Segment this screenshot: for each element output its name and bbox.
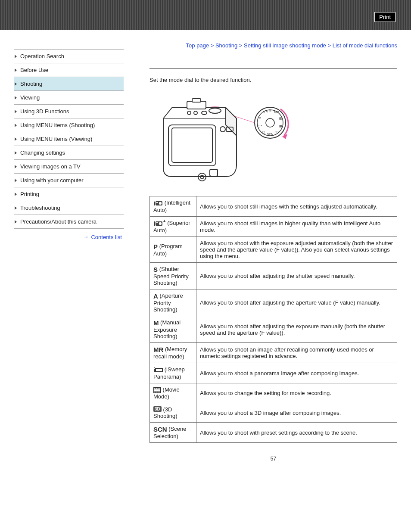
caret-right-icon: [15, 206, 17, 210]
mode-name-cell: S (Shutter Speed Priority Shooting): [150, 263, 196, 289]
contents-list-link-wrap: → Contents list: [14, 234, 124, 240]
breadcrumb-link[interactable]: Setting still image shooting mode: [244, 42, 326, 49]
table-row: S (Shutter Speed Priority Shooting)Allow…: [150, 263, 397, 289]
S-icon: S: [153, 266, 158, 272]
table-row: SCN (Scene Selection)Allows you to shoot…: [150, 423, 397, 443]
P-icon: P: [153, 243, 158, 249]
print-button[interactable]: Print: [374, 12, 395, 22]
table-row: i (iSweep Panorama)Allows you to shoot a…: [150, 363, 397, 383]
isweep-icon: i: [153, 366, 163, 373]
sidebar-item: Before Use: [14, 63, 124, 77]
svg-text:i▢⁺: i▢⁺: [257, 124, 263, 128]
sidebar-item-label: Printing: [20, 191, 39, 197]
sidebar-item-link[interactable]: Printing: [14, 187, 124, 201]
svg-text:▦: ▦: [279, 124, 282, 128]
svg-text:MR: MR: [274, 111, 279, 114]
mode-description-cell: Allows you to shoot after adjusting the …: [196, 289, 397, 316]
sidebar-item-link[interactable]: Viewing: [14, 91, 124, 104]
breadcrumb-separator: >: [209, 42, 215, 49]
sidebar-item-link[interactable]: Viewing images on a TV: [14, 160, 124, 173]
svg-rect-18: [172, 128, 212, 162]
mode-name-cell: 3D (3D Shooting): [150, 403, 196, 423]
3D-icon: 3D: [153, 406, 162, 413]
sidebar-item-label: Viewing: [20, 94, 40, 101]
caret-right-icon: [15, 82, 17, 86]
sidebar-item-link[interactable]: Using MENU items (Shooting): [14, 118, 124, 132]
sidebar-item: Viewing images on a TV: [14, 160, 124, 174]
sidebar-item: Using with your computer: [14, 174, 124, 187]
breadcrumb-link[interactable]: Top page: [186, 42, 209, 49]
caret-right-icon: [15, 55, 17, 58]
breadcrumb-current: List of mode dial functions: [333, 42, 397, 49]
mode-name-cell: P (Program Auto): [150, 237, 196, 263]
svg-text:i▢: i▢: [262, 131, 266, 134]
sidebar-item-label: Viewing images on a TV: [20, 163, 81, 170]
caret-right-icon: [15, 151, 17, 155]
breadcrumb-link[interactable]: Shooting: [215, 42, 237, 49]
mode-description-cell: Allows you to shoot a 3D image after com…: [196, 403, 397, 423]
table-row: i+ (Superior Auto)Allows you to shoot st…: [150, 217, 397, 237]
mode-name-cell: i (iSweep Panorama): [150, 363, 196, 383]
mode-name-cell: i (Intelligent Auto): [150, 196, 196, 217]
table-row: MR (Memory recall mode)Allows you to sho…: [150, 343, 397, 363]
sidebar-item-link[interactable]: Using 3D Functions: [14, 105, 124, 118]
svg-text:P: P: [259, 117, 261, 120]
breadcrumb-separator: >: [237, 42, 244, 49]
sidebar-item-link[interactable]: Using with your computer: [14, 174, 124, 187]
sidebar-item: Precautions/About this camera: [14, 215, 124, 229]
caret-right-icon: [15, 124, 17, 127]
intro-text: Set the mode dial to the desired functio…: [149, 77, 397, 83]
svg-text:S: S: [263, 111, 265, 114]
sidebar-item-label: Precautions/About this camera: [20, 218, 97, 225]
mode-description-cell: Allows you to shoot after adjusting the …: [196, 316, 397, 343]
sidebar-item-link[interactable]: Precautions/About this camera: [14, 215, 124, 228]
breadcrumb-separator: >: [326, 42, 333, 49]
svg-text:SCN: SCN: [267, 133, 274, 136]
svg-rect-35: [156, 222, 158, 223]
sidebar-item-link[interactable]: Changing settings: [14, 146, 124, 159]
sidebar-item: Viewing: [14, 91, 124, 105]
mode-dial-table: i (Intelligent Auto)Allows you to shoot …: [149, 196, 397, 443]
mode-name-cell: MR (Memory recall mode): [150, 343, 196, 363]
mode-name-cell: M (Manual Exposure Shooting): [150, 316, 196, 343]
svg-text:◧: ◧: [279, 117, 282, 120]
mode-name-cell: (Movie Mode): [150, 383, 196, 403]
page-number: 57: [149, 456, 397, 462]
sidebar-item-link[interactable]: Using MENU items (Viewing): [14, 132, 124, 146]
sidebar-item-label: Using MENU items (Viewing): [20, 136, 92, 142]
mode-description-cell: Allows you to shoot after adjusting the …: [196, 263, 397, 289]
camera-illustration: MMR ◧▦ 3DSCN i▢i▢⁺ PS A: [150, 93, 297, 183]
mode-description-cell: Allows you to change the setting for mov…: [196, 383, 397, 403]
mode-description-cell: Allows you to shoot a panorama image aft…: [196, 363, 397, 383]
sidebar-item-link[interactable]: Operation Search: [14, 50, 124, 63]
sidebar-item-label: Using MENU items (Shooting): [20, 122, 95, 128]
table-row: A (Aperture Priority Shooting)Allows you…: [150, 289, 397, 316]
table-row: 3D (3D Shooting)Allows you to shoot a 3D…: [150, 403, 397, 423]
sidebar-item-link[interactable]: Shooting: [14, 77, 124, 90]
mode-description-cell: Allows you to shoot with preset settings…: [196, 423, 397, 443]
table-row: M (Manual Exposure Shooting)Allows you t…: [150, 316, 397, 343]
sidebar-item-label: Using 3D Functions: [20, 108, 69, 115]
mode-label: (Program Auto): [153, 243, 183, 257]
sidebar-item-label: Troubleshooting: [20, 205, 60, 211]
sidebar-item-label: Operation Search: [20, 53, 64, 59]
SCN-icon: SCN: [153, 426, 167, 432]
divider: [149, 68, 397, 69]
sidebar-item-link[interactable]: Before Use: [14, 63, 124, 77]
caret-right-icon: [15, 193, 17, 196]
sidebar-item: Printing: [14, 187, 124, 201]
sidebar-item: Using MENU items (Shooting): [14, 118, 124, 132]
mode-label: (Shutter Speed Priority Shooting): [153, 266, 189, 286]
caret-right-icon: [15, 165, 17, 168]
sidebar-nav: Operation SearchBefore UseShootingViewin…: [14, 49, 124, 462]
caret-right-icon: [15, 68, 17, 72]
mode-name-cell: A (Aperture Priority Shooting): [150, 289, 196, 316]
movie-icon: [153, 386, 161, 393]
sidebar-item: Shooting: [14, 77, 124, 91]
svg-rect-29: [192, 99, 201, 102]
caret-right-icon: [15, 137, 17, 141]
sidebar-item-link[interactable]: Troubleshooting: [14, 201, 124, 215]
superior-auto-icon: i+: [153, 220, 166, 226]
sidebar-item: Changing settings: [14, 146, 124, 160]
contents-list-link[interactable]: Contents list: [91, 234, 122, 240]
